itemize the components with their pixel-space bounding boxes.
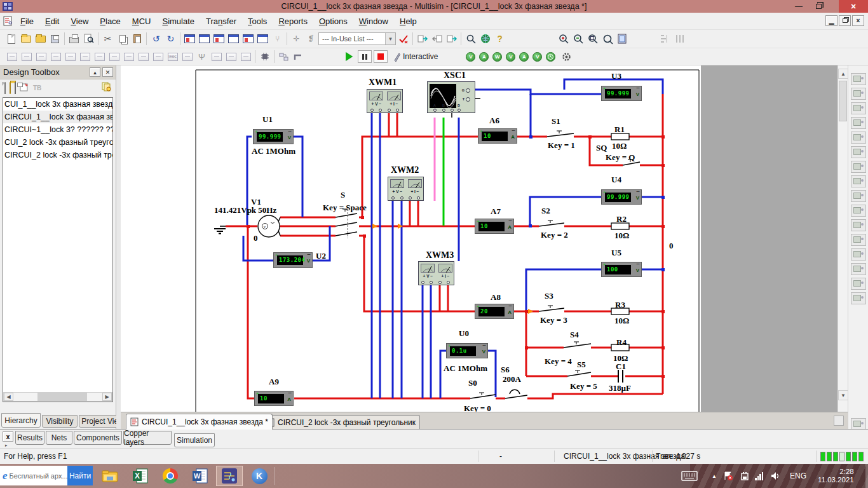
scope-g-terminal[interactable] xyxy=(466,88,470,93)
scroll-left-icon[interactable]: ◀ xyxy=(4,393,13,401)
menu-reports[interactable]: Reports xyxy=(273,17,313,26)
taskbar-explorer-icon[interactable] xyxy=(97,466,123,486)
tray-show-hidden-icon[interactable]: ▲ xyxy=(712,464,717,488)
menu-place[interactable]: Place xyxy=(94,17,126,26)
label-S5[interactable]: S5 xyxy=(577,360,586,370)
tab-components[interactable]: Components xyxy=(74,431,122,445)
ammeter-A8[interactable]: +− 20 A xyxy=(475,304,514,319)
place-rf-button[interactable]: Ψ xyxy=(194,50,209,64)
place-connectors-button[interactable] xyxy=(238,50,253,64)
instrument-word-generator-icon[interactable] xyxy=(851,175,866,187)
toggle-spreadsheet-button[interactable] xyxy=(197,32,212,46)
value-C1[interactable]: 318µF xyxy=(609,383,631,393)
oscilloscope-XSC1[interactable]: G T A B C D xyxy=(427,81,475,113)
label-R2[interactable]: R2 xyxy=(616,214,627,224)
taskbar-word-icon[interactable]: W xyxy=(187,466,214,486)
scroll-up-icon[interactable]: ▲ xyxy=(838,69,848,79)
place-basic-button[interactable] xyxy=(19,50,34,64)
zoom-out-button[interactable] xyxy=(571,32,586,46)
label-XWM2[interactable]: XWM2 xyxy=(391,165,419,175)
menu-edit[interactable]: Edit xyxy=(39,17,65,26)
taskbar-chrome-icon[interactable] xyxy=(157,466,184,486)
place-power-button[interactable] xyxy=(151,50,165,64)
toggle-project-bar-button[interactable] xyxy=(182,32,197,46)
mdi-restore-button[interactable] xyxy=(839,15,851,26)
instrument-frequency-counter-icon[interactable] xyxy=(851,161,866,173)
instrument-logic-analyzer-icon[interactable] xyxy=(851,190,866,202)
paste-button[interactable] xyxy=(130,32,144,46)
tray-clock[interactable]: 2:28 11.03.2021 xyxy=(818,464,854,488)
restore-button[interactable] xyxy=(810,0,827,13)
transfer-forward-annotate-button[interactable] xyxy=(444,32,459,46)
panel-collapse-button[interactable]: ▴ xyxy=(90,67,100,77)
zoom-fit-button[interactable] xyxy=(600,32,615,46)
design-list-item[interactable]: CIRCUI_2 lock -3x фазный треуго xyxy=(3,149,112,161)
spreadsheet-close-button[interactable]: x xyxy=(3,431,13,442)
ammeter-A6[interactable]: +− 10 A xyxy=(478,128,517,144)
instrument-multimeter-icon[interactable] xyxy=(851,73,866,85)
save-design-button[interactable] xyxy=(15,83,16,94)
label-S0[interactable]: S0 xyxy=(468,378,477,388)
design-list-item[interactable]: CIRCUI_1__lock 3x фазная звезда xyxy=(3,111,112,123)
label-SQ[interactable]: SQ xyxy=(596,143,607,153)
tab-hierarchy[interactable]: Hierarchy xyxy=(1,413,41,428)
probe-clock-icon[interactable] xyxy=(546,52,555,62)
save-button[interactable] xyxy=(48,32,62,46)
mdi-close-button[interactable]: × xyxy=(852,15,864,26)
label-U2[interactable]: U2 xyxy=(316,251,326,261)
label-S4[interactable]: S4 xyxy=(570,330,579,340)
voltmeter-U5[interactable]: +− 100 V xyxy=(601,262,642,277)
taskbar-excel-icon[interactable]: X xyxy=(127,466,154,486)
spreadsheet-expand-icon[interactable]: ▸ xyxy=(5,443,8,448)
label-U3[interactable]: U3 xyxy=(611,71,621,81)
transfer-ultiboard-button[interactable] xyxy=(415,32,430,46)
instrument-bode-plotter-icon[interactable] xyxy=(851,146,866,158)
in-use-list-dropdown[interactable]: --- In-Use List ---▼ xyxy=(318,32,396,45)
place-cmos-button[interactable] xyxy=(92,50,107,64)
probe-power-icon[interactable]: W xyxy=(492,52,502,62)
net-label-V1-0[interactable]: 0 xyxy=(254,233,258,243)
open-design-button[interactable] xyxy=(10,83,11,94)
tray-volume-icon[interactable] xyxy=(770,464,780,488)
net-label-0[interactable]: 0 xyxy=(669,241,674,251)
toggle-simulation-button[interactable] xyxy=(226,32,241,46)
place-source-button[interactable] xyxy=(4,50,19,64)
run-simulation-button[interactable] xyxy=(342,50,355,63)
design-toolbox-header[interactable]: Design Toolbox ▴ ✕ xyxy=(0,65,116,79)
design-list-item[interactable]: CUI_2 lock -3x фазный треуголы xyxy=(3,136,112,149)
toggle-description-button[interactable] xyxy=(255,32,270,46)
probe-voltage-icon[interactable]: V xyxy=(466,52,475,62)
panel-close-button[interactable]: ✕ xyxy=(102,67,113,77)
sheet-tab-2[interactable]: CIRCUI_2 lock -3x фазный треугольник xyxy=(262,415,420,430)
component-wizard-button[interactable]: ✛ xyxy=(289,32,304,46)
close-button[interactable]: × xyxy=(839,0,868,13)
label-S[interactable]: S xyxy=(341,190,345,200)
place-peripherals-button[interactable] xyxy=(180,50,194,64)
instrument-distortion-analyzer-icon[interactable] xyxy=(851,234,866,246)
voltmeter-U2[interactable]: +− 173.204 V xyxy=(273,252,313,268)
value-S6[interactable]: 200A xyxy=(503,374,521,384)
label-R1[interactable]: R1 xyxy=(614,125,625,135)
instrument-agilent-generator-icon[interactable] xyxy=(851,278,866,290)
tray-touch-keyboard-icon[interactable] xyxy=(681,464,698,488)
label-A8[interactable]: A8 xyxy=(491,292,501,302)
toggle-grapher-button[interactable] xyxy=(241,32,255,46)
mdi-minimize-button[interactable]: ▁ xyxy=(825,15,837,26)
scope-t-terminal[interactable] xyxy=(466,97,470,102)
wattmeter-XWM2[interactable]: + V −+ I − xyxy=(388,177,424,201)
dropdown-arrow-icon[interactable]: ▼ xyxy=(385,33,395,44)
probe-diff-voltage-icon[interactable]: V xyxy=(532,52,542,62)
place-mixed-button[interactable] xyxy=(121,50,136,64)
menu-simulate[interactable]: Simulate xyxy=(156,17,200,26)
key-S[interactable]: Key = Space xyxy=(323,203,367,213)
key-S4[interactable]: Key = 4 xyxy=(545,356,572,367)
tray-battery-icon[interactable] xyxy=(739,464,750,488)
instrument-function-generator-icon[interactable] xyxy=(851,88,866,100)
new-file-button[interactable] xyxy=(4,32,18,46)
label-S1[interactable]: S1 xyxy=(552,116,560,126)
place-transistor-button[interactable] xyxy=(48,50,63,64)
label-R4[interactable]: R4 xyxy=(616,337,627,348)
scroll-down-icon[interactable]: ▼ xyxy=(838,390,848,400)
place-diode-button[interactable] xyxy=(34,50,48,64)
menu-file[interactable]: File xyxy=(15,17,39,26)
